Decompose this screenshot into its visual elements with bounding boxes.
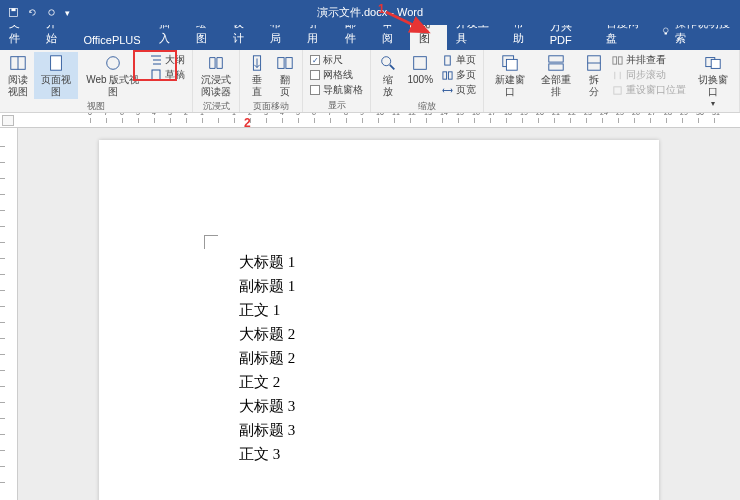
ruler-tick: 1 [202,118,218,123]
qat-more-icon[interactable]: ▾ [65,8,70,18]
web-layout-button[interactable]: Web 版式视图 [80,52,145,99]
outline-icon [150,54,162,66]
save-icon[interactable] [8,7,19,18]
vertical-ruler[interactable] [0,128,18,500]
new-window-icon [501,54,519,72]
immersive-reader-label: 沉浸式 阅读器 [201,74,231,97]
draft-icon [150,69,162,81]
page-area[interactable]: 大标题 1副标题 1正文 1大标题 2副标题 2正文 2大标题 3副标题 3正文… [18,128,740,500]
zoom-button[interactable]: 缩 放 [375,52,401,99]
document-text-line[interactable]: 副标题 2 [239,346,659,370]
outline-button[interactable]: 大纲 [150,53,185,67]
reset-pos-button[interactable]: 重设窗口位置 [612,83,686,97]
ruler-tick: 6 [314,118,330,123]
syncscroll-icon [612,70,623,81]
ruler-tick: 7 [330,118,346,123]
ribbon: 阅读 视图 页面视图 Web 版式视图 大纲 草稿 视图 [0,50,740,113]
web-layout-label: Web 版式视图 [84,74,141,97]
svg-rect-14 [278,58,284,69]
ruler-tick: 25 [618,118,634,123]
svg-rect-1 [11,8,15,11]
document-text-line[interactable]: 正文 3 [239,442,659,466]
ruler-tick [0,306,5,322]
ruler-tick [0,482,5,498]
ruler-tick: 5 [138,118,154,123]
draft-button[interactable]: 草稿 [150,68,185,82]
document-text-line[interactable]: 正文 1 [239,298,659,322]
split-button[interactable]: 拆分 [581,52,607,99]
page-width-button[interactable]: 页宽 [442,83,476,97]
svg-rect-28 [613,56,617,63]
document-text-line[interactable]: 副标题 1 [239,274,659,298]
arrange-all-button[interactable]: 全部重排 [534,52,578,99]
ruler-tick [0,450,5,466]
multi-page-label: 多页 [456,68,476,82]
ruler-tick [0,434,5,450]
svg-rect-25 [549,64,563,70]
ruler-tick [0,386,5,402]
redo-icon[interactable] [46,7,57,18]
svg-rect-24 [549,56,563,62]
svg-rect-7 [51,56,62,70]
gridlines-checkbox[interactable]: 网格线 [310,68,363,82]
read-mode-button[interactable]: 阅读 视图 [4,52,32,99]
annotation-arrow [384,8,434,38]
undo-icon[interactable] [27,7,38,18]
svg-rect-18 [414,57,427,70]
ruler-tick [0,274,5,290]
print-layout-button[interactable]: 页面视图 [34,52,78,99]
ruler-tick [0,338,5,354]
side-to-side-button[interactable]: 翻 页 [272,52,298,99]
ruler-tick: 15 [458,118,474,123]
title-bar: ▾ 演示文件.docx - Word [0,0,740,25]
ruler-tick: 18 [506,118,522,123]
switch-label: 切换窗口 [695,74,731,97]
zoom-label: 缩 放 [383,74,393,97]
svg-line-33 [386,12,428,32]
vertical-label: 垂 直 [252,74,262,97]
hundred-percent-button[interactable]: 100% [403,52,437,88]
ruler-checkbox[interactable]: ✓标尺 [310,53,363,67]
ruler-tick: 14 [442,118,458,123]
horizontal-ruler[interactable]: 0765432112345678910111213141516171819202… [0,113,740,128]
pagemove-group-label: 页面移动 [244,99,298,113]
sync-scroll-button[interactable]: 同步滚动 [612,68,686,82]
split-icon [585,54,603,72]
svg-rect-20 [443,71,447,78]
document-text-line[interactable]: 副标题 3 [239,418,659,442]
new-window-label: 新建窗口 [492,74,528,97]
side-icon [276,54,294,72]
ribbon-group-views: 阅读 视图 页面视图 Web 版式视图 大纲 草稿 视图 [0,50,193,112]
svg-rect-15 [286,58,292,69]
immersive-reader-button[interactable]: 沉浸式 阅读器 [197,52,235,99]
ruler-tick: 31 [714,118,730,123]
ruler-tick: 13 [426,118,442,123]
one-page-button[interactable]: 单页 [442,53,476,67]
tab-officeplus[interactable]: OfficePLUS [74,30,149,50]
document-text-line[interactable]: 大标题 2 [239,322,659,346]
switch-windows-button[interactable]: 切换窗口 ▾ [691,52,735,110]
arrange-label: 全部重排 [538,74,574,97]
multi-page-button[interactable]: 多页 [442,68,476,82]
web-layout-icon [104,54,122,72]
document-text-line[interactable]: 大标题 3 [239,394,659,418]
ruler-tick [0,242,5,258]
document-page[interactable]: 大标题 1副标题 1正文 1大标题 2副标题 2正文 2大标题 3副标题 3正文… [99,140,659,500]
draft-label: 草稿 [165,68,185,82]
navpane-checkbox[interactable]: 导航窗格 [310,83,363,97]
ruler-tick: 7 [106,118,122,123]
document-text-line[interactable]: 大标题 1 [239,250,659,274]
ruler-tick [0,466,5,482]
vertical-button[interactable]: 垂 直 [244,52,270,99]
ruler-tick: 4 [282,118,298,123]
outline-label: 大纲 [165,53,185,67]
document-text-line[interactable]: 正文 2 [239,370,659,394]
hundred-icon [411,54,429,72]
lightbulb-icon [661,26,671,37]
ruler-tick: 3 [170,118,186,123]
side-by-side-button[interactable]: 并排查看 [612,53,686,67]
ruler-tick: 27 [650,118,666,123]
svg-rect-32 [711,59,720,68]
ruler-tick: 0 [90,118,106,123]
new-window-button[interactable]: 新建窗口 [488,52,532,99]
